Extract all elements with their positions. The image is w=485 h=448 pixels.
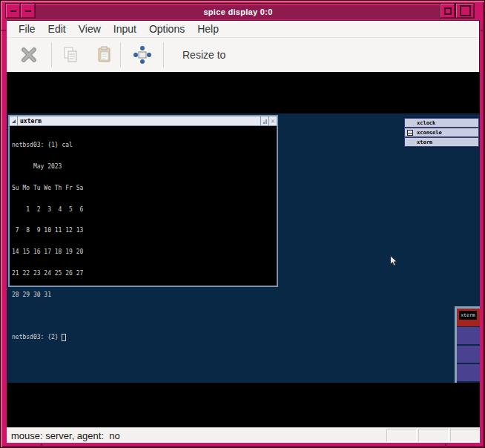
icon-manager-label: xconsole bbox=[417, 130, 442, 136]
status-cell bbox=[386, 429, 417, 442]
resize-to-button[interactable]: Resize to bbox=[164, 49, 225, 61]
menu-edit[interactable]: Edit bbox=[48, 23, 66, 35]
close-icon bbox=[19, 45, 39, 65]
dash-icon bbox=[25, 10, 31, 12]
mouse-pointer-icon bbox=[389, 255, 398, 267]
terminal-line: 7 8 9 10 11 12 13 bbox=[12, 227, 277, 234]
terminal-line: 1 2 3 4 5 6 bbox=[12, 206, 277, 214]
partial-window-block bbox=[457, 346, 480, 363]
dash-icon bbox=[10, 10, 16, 12]
icon-manager: xclock xconsole xterm bbox=[403, 117, 480, 148]
window-restore-button[interactable] bbox=[441, 4, 455, 18]
partial-window-block bbox=[457, 327, 480, 344]
toolbar: Resize to bbox=[7, 38, 478, 72]
menu-input[interactable]: Input bbox=[113, 23, 136, 35]
menu-options[interactable]: Options bbox=[149, 23, 185, 35]
paste-button[interactable] bbox=[88, 45, 120, 65]
iconified-window-icon bbox=[407, 130, 413, 136]
terminal-cursor bbox=[62, 334, 66, 341]
uxterm-title: uxterm bbox=[18, 116, 260, 125]
terminal-line: netbsd03: {1} cal bbox=[12, 142, 277, 149]
icon-manager-label: xterm bbox=[417, 139, 432, 145]
terminal-line: May 2023 bbox=[12, 163, 277, 171]
uxterm-menu-button[interactable] bbox=[10, 116, 18, 125]
partial-window-title: xterm bbox=[459, 311, 477, 320]
window-menu-button[interactable] bbox=[6, 4, 20, 18]
icon-manager-item-xclock[interactable]: xclock bbox=[404, 118, 479, 128]
icon-manager-label: xclock bbox=[417, 120, 435, 126]
copy-button[interactable] bbox=[52, 45, 88, 65]
icon-manager-item-xterm[interactable]: xterm bbox=[404, 137, 479, 147]
menu-file[interactable]: File bbox=[19, 23, 36, 35]
window-title: spice display 0:0 bbox=[203, 7, 272, 16]
menu-bar: File Edit View Input Options Help bbox=[7, 21, 478, 38]
corner-arrow-icon bbox=[11, 119, 16, 124]
uxterm-titlebar[interactable]: uxterm ✕ bbox=[10, 116, 277, 126]
partial-window-block bbox=[457, 364, 480, 381]
status-cell bbox=[450, 429, 480, 442]
terminal-line: 21 22 23 24 25 26 27 bbox=[12, 270, 277, 277]
partial-window-titlebar[interactable]: xterm bbox=[457, 309, 480, 326]
icon-manager-item-xconsole[interactable]: xconsole bbox=[404, 128, 479, 137]
uxterm-maximize-button[interactable] bbox=[260, 116, 268, 125]
resize-move-button[interactable] bbox=[121, 45, 163, 65]
terminal-line: 28 29 30 31 bbox=[12, 291, 277, 299]
mouse-status-text: mouse: server, agent: no bbox=[7, 430, 120, 441]
window-iconify-button[interactable] bbox=[21, 4, 35, 18]
terminal-prompt-row: netbsd03: {2} bbox=[12, 334, 277, 341]
small-square-icon bbox=[444, 7, 452, 15]
menu-view[interactable]: View bbox=[79, 23, 101, 35]
resize-move-icon bbox=[133, 45, 152, 65]
close-button[interactable] bbox=[7, 45, 51, 65]
terminal-line: Su Mo Tu We Th Fr Sa bbox=[12, 185, 277, 192]
frame-notch bbox=[41, 444, 42, 448]
partial-xterm-window[interactable]: xterm bbox=[455, 306, 480, 383]
uxterm-close-button[interactable]: ✕ bbox=[268, 116, 277, 125]
window-maximize-button[interactable] bbox=[456, 4, 474, 18]
spice-client-window: spice display 0:0 File Edit View Input O… bbox=[0, 0, 485, 448]
terminal-prompt: netbsd03: {2} bbox=[12, 334, 62, 341]
terminal-line: 14 15 16 17 18 19 20 bbox=[12, 248, 277, 256]
uxterm-content[interactable]: netbsd03: {1} cal May 2023 Su Mo Tu We T… bbox=[10, 126, 277, 355]
resize-to-label: Resize to bbox=[182, 49, 225, 61]
paste-icon bbox=[95, 45, 114, 65]
frame-notch bbox=[445, 444, 446, 448]
frame-notch bbox=[481, 30, 485, 31]
close-x-icon: ✕ bbox=[271, 117, 274, 125]
title-bar[interactable]: spice display 0:0 bbox=[36, 3, 441, 19]
terminal-line bbox=[12, 312, 277, 320]
status-cell bbox=[418, 429, 449, 442]
menu-help[interactable]: Help bbox=[197, 23, 219, 35]
maximize-icon bbox=[263, 119, 267, 125]
square-icon bbox=[460, 5, 471, 16]
frame-notch bbox=[1, 30, 6, 31]
uxterm-window[interactable]: uxterm ✕ netbsd03: {1} cal May 2023 Su M… bbox=[8, 115, 278, 287]
copy-icon bbox=[61, 45, 80, 65]
